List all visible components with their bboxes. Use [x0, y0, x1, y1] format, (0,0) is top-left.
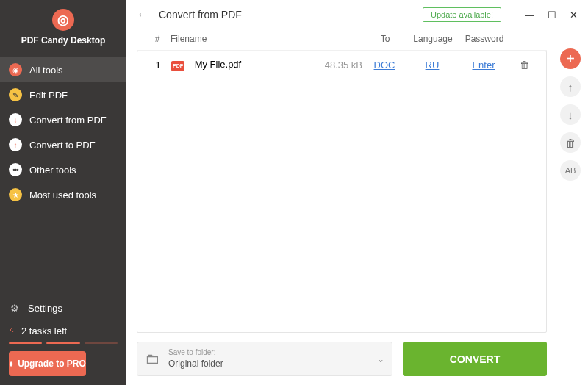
sidebar-item-label: Edit PDF — [29, 90, 68, 101]
content-area: # Filename To Language Password 1 PDF My… — [126, 26, 588, 333]
save-folder-select[interactable]: 🗀 Save to folder: Original folder ⌄ — [137, 342, 392, 376]
tasks-left: 𐓏 2 tasks left — [0, 320, 126, 342]
settings-label: Settings — [28, 303, 62, 314]
col-password-header: Password — [459, 34, 510, 44]
chevron-down-icon: ⌄ — [377, 354, 384, 364]
ab-icon: AB — [565, 166, 576, 175]
folder-icon: 🗀 — [145, 350, 159, 367]
move-down-button[interactable]: ↓ — [560, 104, 581, 125]
grid-icon: ◉ — [9, 63, 22, 76]
gear-icon: ⚙ — [9, 302, 21, 314]
sidebar-item-label: All tools — [29, 65, 63, 76]
sidebar-item-edit-pdf[interactable]: ✎ Edit PDF — [0, 82, 126, 107]
minimize-button[interactable]: — — [525, 10, 534, 21]
sidebar-item-label: Most used tools — [29, 190, 96, 201]
footer: 🗀 Save to folder: Original folder ⌄ CONV… — [126, 333, 588, 385]
titlebar: ← Convert from PDF Update available! — ☐… — [126, 0, 588, 26]
upload-icon: ↑ — [9, 138, 22, 151]
filename-text: My File.pdf — [195, 59, 242, 70]
dots-icon: ••• — [9, 163, 22, 176]
col-language-header: Language — [407, 34, 459, 44]
row-password-button[interactable]: Enter — [458, 60, 509, 71]
upgrade-button[interactable]: ♦ Upgrade to PRO — [9, 351, 86, 376]
col-delete-header — [510, 34, 539, 44]
add-file-button[interactable]: + — [560, 48, 581, 69]
table-header: # Filename To Language Password — [137, 26, 547, 51]
download-icon: ↓ — [9, 113, 22, 126]
save-folder-value: Original folder — [168, 359, 223, 369]
row-filename: PDF My File.pdf — [171, 59, 311, 71]
sidebar-item-other[interactable]: ••• Other tools — [0, 157, 126, 182]
update-badge[interactable]: Update available! — [423, 7, 501, 22]
save-folder-text: Save to folder: Original folder — [168, 348, 223, 370]
upgrade-label: Upgrade to PRO — [18, 359, 86, 369]
sidebar-item-label: Other tools — [29, 165, 76, 176]
row-num: 1 — [145, 60, 171, 71]
move-up-button[interactable]: ↑ — [560, 76, 581, 97]
col-filename-header: Filename — [171, 34, 312, 44]
sidebar-bottom: ⚙ Settings 𐓏 2 tasks left ♦ Upgrade to P… — [0, 296, 126, 385]
col-num-header: # — [144, 34, 171, 44]
tasks-label: 2 tasks left — [21, 325, 67, 337]
clear-all-button[interactable]: 🗑 — [560, 132, 581, 153]
table-row: 1 PDF My File.pdf 48.35 kB DOC RU Enter … — [137, 51, 546, 79]
trash-icon: 🗑 — [520, 60, 529, 71]
star-icon: ★ — [9, 188, 22, 201]
pdf-icon: PDF — [171, 61, 184, 71]
main-panel: ← Convert from PDF Update available! — ☐… — [126, 0, 588, 385]
row-to-select[interactable]: DOC — [362, 60, 406, 71]
back-button[interactable]: ← — [137, 8, 148, 21]
app-logo-icon: ◎ — [52, 9, 74, 31]
maximize-button[interactable]: ☐ — [548, 10, 556, 21]
sidebar-item-all-tools[interactable]: ◉ All tools — [0, 57, 126, 82]
col-size-header — [312, 34, 363, 44]
row-language-select[interactable]: RU — [406, 60, 458, 71]
plus-icon: + — [566, 51, 575, 68]
page-title: Convert from PDF — [159, 9, 242, 21]
sidebar-item-label: Convert to PDF — [29, 140, 96, 151]
trash-icon: 🗑 — [565, 137, 576, 149]
diamond-icon: ♦ — [9, 359, 13, 369]
col-to-header: To — [363, 34, 407, 44]
sidebar-nav: ◉ All tools ✎ Edit PDF ↓ Convert from PD… — [0, 57, 126, 207]
link-icon: 𐓏 — [9, 325, 14, 337]
file-list: 1 PDF My File.pdf 48.35 kB DOC RU Enter … — [137, 51, 547, 333]
sidebar-item-most-used[interactable]: ★ Most used tools — [0, 182, 126, 207]
window-controls: — ☐ ✕ — [525, 10, 578, 21]
row-delete-button[interactable]: 🗑 — [509, 60, 539, 71]
close-button[interactable]: ✕ — [570, 10, 578, 21]
sidebar-item-convert-to[interactable]: ↑ Convert to PDF — [0, 132, 126, 157]
convert-button[interactable]: CONVERT — [403, 342, 547, 376]
settings-button[interactable]: ⚙ Settings — [0, 296, 126, 320]
logo-area: ◎ PDF Candy Desktop — [0, 0, 126, 51]
pencil-icon: ✎ — [9, 88, 22, 101]
tasks-progress — [9, 342, 118, 344]
arrow-down-icon: ↓ — [567, 109, 573, 121]
sidebar-item-convert-from[interactable]: ↓ Convert from PDF — [0, 107, 126, 132]
app-title: PDF Candy Desktop — [0, 35, 126, 46]
sidebar: ◎ PDF Candy Desktop ◉ All tools ✎ Edit P… — [0, 0, 126, 385]
sidebar-item-label: Convert from PDF — [29, 115, 107, 126]
rename-button[interactable]: AB — [560, 160, 581, 181]
row-size: 48.35 kB — [311, 60, 362, 71]
right-toolbar: + ↑ ↓ 🗑 AB — [560, 48, 581, 181]
save-folder-label: Save to folder: — [168, 348, 223, 356]
arrow-up-icon: ↑ — [567, 81, 573, 93]
